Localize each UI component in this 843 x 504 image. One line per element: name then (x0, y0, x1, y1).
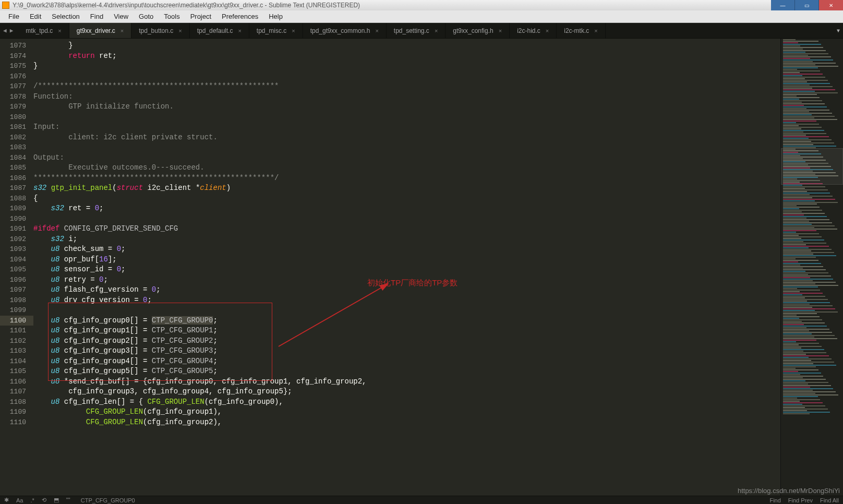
status-find-button[interactable]: Find (769, 497, 780, 503)
watermark-text: https://blog.csdn.net/MrDongShiYi (738, 487, 840, 495)
line-number: 1077 (0, 81, 26, 92)
tab-prev-icon[interactable]: ◀ (3, 27, 7, 34)
close-icon[interactable]: × (546, 28, 549, 34)
close-icon[interactable]: × (58, 28, 61, 34)
line-number-gutter: 1073107410751076107710781079108010811082… (0, 39, 33, 496)
annotation-text: 初始化TP厂商给的TP参数 (367, 278, 457, 288)
menu-goto[interactable]: Goto (134, 10, 159, 23)
line-number: 1073 (0, 41, 26, 51)
close-icon[interactable]: × (178, 28, 182, 34)
line-number: 1086 (0, 173, 26, 184)
tab-tpd-button[interactable]: tpd_button.c× (131, 23, 190, 38)
status-selection-icon[interactable]: ⬒ (54, 497, 59, 503)
menu-selection[interactable]: Selection (46, 10, 85, 23)
close-icon[interactable]: × (435, 28, 438, 34)
line-number: 1096 (0, 275, 26, 285)
line-number: 1088 (0, 194, 26, 204)
tab-label: gt9xx_config.h (453, 27, 493, 34)
tab-gt9xx-config[interactable]: gt9xx_config.h× (445, 23, 510, 38)
tab-tpd-default[interactable]: tpd_default.c× (190, 23, 249, 38)
menu-preferences[interactable]: Preferences (216, 10, 263, 23)
minimap-viewport[interactable] (781, 148, 843, 185)
menu-file[interactable]: File (3, 10, 25, 23)
tab-tpd-misc[interactable]: tpd_misc.c× (249, 23, 303, 38)
tab-label: tpd_setting.c (394, 27, 429, 34)
tab-next-icon[interactable]: ▶ (10, 27, 14, 34)
code-editor[interactable]: } return ret; } /***********************… (33, 39, 780, 496)
close-icon[interactable]: × (121, 28, 124, 34)
line-number: 1107 (0, 387, 26, 397)
line-number: 1074 (0, 51, 26, 62)
status-find-all-button[interactable]: Find All (820, 497, 839, 503)
tab-label: mtk_tpd.c (26, 27, 53, 34)
line-number: 1083 (0, 142, 26, 153)
status-bar: ✱ Aa .* ⟲ ⬒ "" CTP_CFG_GROUP0 Find Find … (0, 496, 843, 504)
line-number: 1090 (0, 214, 26, 224)
line-number: 1081 (0, 122, 26, 133)
line-number: 1106 (0, 377, 26, 387)
selected-text: CTP_CFG_GROUP0 (152, 316, 213, 325)
menu-find[interactable]: Find (85, 10, 109, 23)
tab-label: i2c-hid.c (517, 27, 540, 34)
tab-label: tpd_misc.c (257, 27, 286, 34)
tab-gt9xx-driver[interactable]: gt9xx_driver.c× (69, 23, 131, 38)
tab-i2c-hid[interactable]: i2c-hid.c× (510, 23, 557, 38)
workspace: 1073107410751076107710781079108010811082… (0, 39, 843, 496)
line-number: 1099 (0, 305, 26, 316)
tab-nav: ◀ ▶ (3, 23, 13, 38)
line-number: 1091 (0, 224, 26, 234)
minimize-button[interactable]: — (771, 0, 795, 10)
close-icon[interactable]: × (499, 28, 502, 34)
tab-label: tpd_button.c (139, 27, 173, 34)
close-icon[interactable]: × (238, 28, 241, 34)
tab-tpd-gt9xx-common[interactable]: tpd_gt9xx_common.h× (303, 23, 387, 38)
line-number: 1093 (0, 244, 26, 255)
line-number: 1097 (0, 285, 26, 295)
menu-view[interactable]: View (109, 10, 134, 23)
menu-edit[interactable]: Edit (25, 10, 46, 23)
line-number: 1105 (0, 366, 26, 377)
app-icon (2, 2, 9, 9)
line-number: 1110 (0, 417, 26, 428)
close-icon[interactable]: × (594, 28, 597, 34)
tab-mtk-tpd[interactable]: mtk_tpd.c× (18, 23, 69, 38)
line-number: 1103 (0, 346, 26, 356)
close-icon[interactable]: × (375, 28, 378, 34)
line-number: 1108 (0, 397, 26, 407)
maximize-button[interactable]: ▭ (795, 0, 819, 10)
line-number: 1078 (0, 92, 26, 102)
line-number: 1079 (0, 102, 26, 112)
line-number: 1101 (0, 326, 26, 336)
close-button[interactable]: ✕ (819, 0, 843, 10)
tab-label: i2c-mtk.c (564, 27, 589, 34)
tab-bar: ◀ ▶ mtk_tpd.c× gt9xx_driver.c× tpd_butto… (0, 23, 843, 39)
line-number: 1085 (0, 163, 26, 173)
line-number: 1109 (0, 407, 26, 417)
line-number: 1089 (0, 203, 26, 214)
tab-overflow-icon[interactable]: ▼ (837, 23, 840, 39)
menu-project[interactable]: Project (185, 10, 216, 23)
line-number: 1075 (0, 61, 26, 71)
tab-label: tpd_default.c (197, 27, 233, 34)
status-whole-word-icon[interactable]: "" (66, 497, 74, 504)
minimap[interactable] (780, 39, 843, 496)
line-number: 1087 (0, 183, 26, 194)
line-number: 1095 (0, 265, 26, 275)
status-regex-icon[interactable]: .* (30, 497, 34, 503)
status-find-prev-button[interactable]: Find Prev (788, 497, 813, 503)
line-number: 1092 (0, 234, 26, 245)
status-indicator-icon: ✱ (4, 497, 9, 503)
status-wrap-icon[interactable]: ⟲ (42, 497, 46, 503)
line-number: 1104 (0, 356, 26, 367)
line-number: 1082 (0, 133, 26, 143)
window-title: Y:\9_0\work2\8788\alps\kernel-4.4\driver… (13, 2, 841, 9)
menu-tools[interactable]: Tools (159, 10, 185, 23)
status-case-icon[interactable]: Aa (16, 497, 23, 503)
close-icon[interactable]: × (292, 28, 295, 34)
line-number: 1102 (0, 336, 26, 346)
tab-tpd-setting[interactable]: tpd_setting.c× (387, 23, 445, 38)
tab-i2c-mtk[interactable]: i2c-mtk.c× (557, 23, 605, 38)
tab-label: tpd_gt9xx_common.h (310, 27, 370, 34)
window-titlebar: Y:\9_0\work2\8788\alps\kernel-4.4\driver… (0, 0, 843, 10)
menu-help[interactable]: Help (263, 10, 288, 23)
